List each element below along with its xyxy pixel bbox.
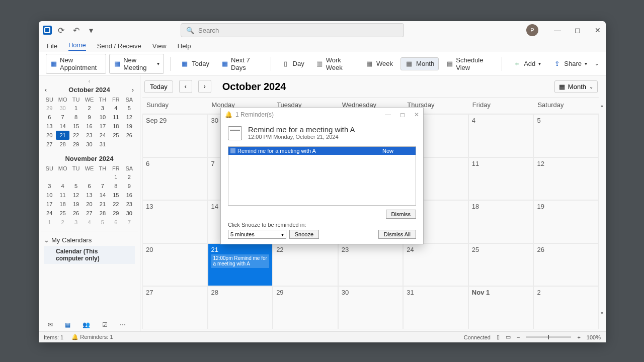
schedule-view-button[interactable]: ▤Schedule View	[442, 54, 496, 74]
mail-icon[interactable]: ✉	[48, 321, 53, 328]
customize-qat-icon[interactable]: ▾	[87, 26, 95, 34]
add-button[interactable]: ＋Add▾	[508, 57, 545, 70]
menu-home[interactable]: Home	[68, 41, 86, 51]
menu-file[interactable]: File	[47, 42, 57, 50]
people-icon[interactable]: 👥	[83, 321, 90, 328]
calendar-event[interactable]: 12:00pm Remind me for a meeting with A	[211, 254, 270, 268]
search-input[interactable]: 🔍 Search	[181, 23, 404, 37]
workweek-icon: ▥	[316, 60, 323, 68]
month-icon: ▦	[405, 60, 413, 68]
menu-help[interactable]: Help	[178, 42, 191, 50]
dialog-header: Remind me for a meeting with A 12:00 PM …	[228, 123, 416, 144]
dismiss-all-button[interactable]: Dismiss All	[378, 230, 416, 239]
week-view-icon: ▦	[365, 60, 373, 68]
minimize-button[interactable]: —	[553, 26, 561, 34]
app-switcher: ✉ ▦ 👥 ☑ ⋯	[41, 316, 138, 331]
next-month-icon[interactable]: ›	[132, 86, 134, 94]
chevron-down-icon: ▾	[157, 61, 159, 66]
day-cell[interactable]: 29	[273, 286, 338, 329]
day-cell[interactable]: 31	[403, 286, 468, 329]
undo-icon[interactable]: ↶	[72, 26, 80, 34]
month-view-button[interactable]: ▦Month	[400, 57, 439, 70]
zoom-slider[interactable]	[526, 336, 571, 338]
dialog-window-title: 1 Reminder(s)	[235, 111, 274, 118]
new-appointment-button[interactable]: ▦New Appointment	[46, 54, 106, 74]
next-period-button[interactable]: ›	[198, 80, 211, 93]
snooze-select[interactable]: 5 minutes▾	[228, 230, 286, 239]
mini-cal-nov[interactable]: SUMOTUWETHFRSA12345678910111213141516171…	[41, 164, 138, 231]
avatar[interactable]: P	[526, 24, 538, 36]
menu-send-receive[interactable]: Send / Receive	[97, 42, 141, 50]
reminder-list[interactable]: Remind me for a meeting with A Now	[228, 146, 416, 206]
day-view-button[interactable]: ▯Day	[277, 57, 309, 70]
reminder-row-text: Remind me for a meeting with A	[237, 148, 316, 154]
bell-icon: 🔔	[225, 111, 232, 118]
view-selector[interactable]: ▦Month⌄	[554, 80, 598, 93]
my-calendars: ⌄My Calendars Calendar (This computer on…	[41, 231, 138, 267]
view-reading-icon[interactable]: ▭	[506, 334, 511, 340]
day-cell[interactable]: 12	[533, 157, 599, 201]
zoom-out-icon[interactable]: −	[517, 334, 520, 340]
scroll-down-icon[interactable]: ▾	[599, 310, 605, 316]
tasks-icon[interactable]: ☑	[102, 321, 108, 328]
prev-month-icon[interactable]: ‹	[45, 86, 47, 94]
day-cell[interactable]: 6	[142, 157, 208, 201]
prev-period-button[interactable]: ‹	[179, 80, 192, 93]
dialog-close-button[interactable]: ✕	[414, 111, 419, 118]
new-meeting-button[interactable]: ▦New Meeting▾	[109, 54, 164, 74]
chevron-down-icon: ⌄	[44, 236, 49, 244]
day-cell[interactable]: 2	[533, 286, 599, 329]
more-icon[interactable]: ⋯	[120, 321, 126, 328]
ribbon-collapse-icon[interactable]: ⌄	[595, 61, 599, 66]
sidebar-collapse-icon[interactable]: ‹	[41, 78, 138, 84]
day-cell[interactable]: Sep 29	[142, 114, 208, 157]
scroll-up-icon[interactable]: ▴	[599, 103, 605, 109]
maximize-button[interactable]: ◻	[574, 26, 582, 34]
day-cell[interactable]: 22	[273, 243, 338, 287]
close-button[interactable]: ✕	[594, 26, 602, 34]
day-cell[interactable]: 19	[533, 200, 599, 243]
day-cell[interactable]: 27	[142, 286, 208, 329]
next7-button[interactable]: ▦Next 7 Days	[217, 54, 265, 74]
day-cell[interactable]: 26	[533, 243, 599, 287]
day-cell[interactable]: 5	[533, 114, 599, 157]
day-cell[interactable]: 18	[468, 200, 534, 243]
day-cell[interactable]: 25	[468, 243, 534, 287]
mini-cal-oct-title: October 2024	[68, 86, 110, 94]
snooze-button[interactable]: Snooze	[289, 230, 319, 239]
day-cell[interactable]: 13	[142, 200, 208, 243]
today-button[interactable]: ▦Today	[176, 57, 214, 70]
calendar-app-icon[interactable]: ▦	[65, 321, 70, 328]
outlook-logo-icon	[43, 26, 52, 35]
calendar-local-item[interactable]: Calendar (This computer only)	[44, 246, 135, 264]
workweek-view-button[interactable]: ▥Work Week	[312, 54, 358, 74]
goto-today-button[interactable]: Today	[144, 80, 173, 93]
day-cell[interactable]: 2112:00pm Remind me for a meeting with A	[208, 243, 273, 287]
sync-icon[interactable]: ⟳	[57, 26, 65, 34]
dialog-minimize-button[interactable]: —	[385, 111, 391, 118]
dialog-maximize-button[interactable]: ◻	[400, 111, 405, 118]
day-cell[interactable]: 11	[468, 157, 534, 201]
zoom-in-icon[interactable]: +	[577, 334, 580, 340]
dismiss-button[interactable]: Dismiss	[386, 210, 417, 219]
day-cell[interactable]: 28	[208, 286, 273, 329]
my-calendars-header[interactable]: ⌄My Calendars	[44, 234, 135, 246]
status-reminders[interactable]: 🔔 Reminders: 1	[71, 334, 113, 340]
search-placeholder: Search	[198, 27, 219, 34]
day-cell[interactable]: 30	[338, 286, 404, 329]
window-controls: — ◻ ✕	[553, 26, 602, 34]
week-view-button[interactable]: ▦Week	[361, 57, 397, 70]
day-cell[interactable]: 23	[338, 243, 404, 287]
mini-cal-oct[interactable]: SUMOTUWETHFRSA29301234567891011121314151…	[41, 96, 138, 153]
mini-cal-oct-nav: ‹ October 2024 ›	[41, 84, 138, 96]
day-cell[interactable]: 4	[468, 114, 534, 157]
dialog-titlebar[interactable]: 🔔 1 Reminder(s) — ◻ ✕	[221, 108, 423, 121]
scrollbar[interactable]: ▴ ▾	[599, 103, 605, 316]
view-normal-icon[interactable]: ▯	[497, 334, 500, 340]
menu-view[interactable]: View	[152, 42, 167, 50]
day-cell[interactable]: Nov 1	[468, 286, 534, 329]
day-cell[interactable]: 20	[142, 243, 208, 287]
reminder-row[interactable]: Remind me for a meeting with A Now	[228, 147, 416, 155]
share-button[interactable]: ⇪Share▾	[548, 57, 592, 70]
day-cell[interactable]: 24	[403, 243, 468, 287]
